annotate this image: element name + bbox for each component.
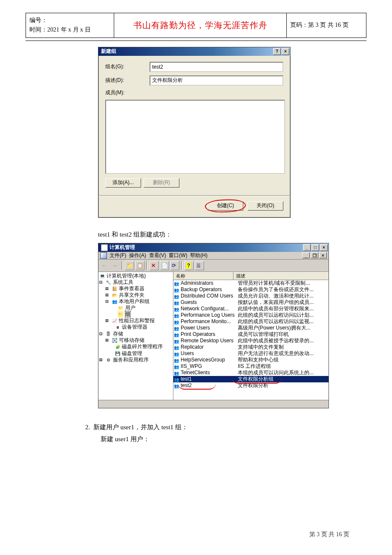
group-row-power-users[interactable]: Power Users高级用户(Power Users)拥有大... — [173, 325, 329, 331]
export-list-button[interactable] — [160, 261, 169, 270]
group-name: Remote Desktop Users — [181, 338, 238, 344]
tree-services[interactable]: 服务和应用程序 — [113, 357, 149, 363]
col-desc[interactable]: 描述 — [233, 272, 329, 280]
storage-icon — [105, 331, 111, 337]
list-pane[interactable]: 名称 描述 Administrators管理员对计算机/域有不受限制...Bac… — [173, 272, 329, 400]
up-button[interactable] — [125, 261, 134, 270]
list-header[interactable]: 名称 描述 — [173, 272, 329, 280]
col-name[interactable]: 名称 — [173, 272, 233, 280]
tree-groups[interactable]: 组 — [125, 311, 130, 317]
back-button[interactable] — [100, 261, 110, 270]
group-row-distributed-com-users[interactable]: Distributed COM Users成员允许启动、激活和使用此计... — [173, 293, 329, 299]
group-row-performance-monito-[interactable]: Performance Monito...此组的成员可以远程访问以监视... — [173, 318, 329, 325]
window-close-button[interactable]: × — [320, 244, 328, 251]
header-rule — [26, 40, 366, 41]
event-viewer-icon — [112, 286, 118, 292]
group-row-administrators[interactable]: Administrators管理员对计算机/域有不受限制... — [173, 280, 329, 286]
group-row-network-configurat-[interactable]: Network Configurat...此组中的成员有部分管理权限来... — [173, 306, 329, 312]
group-row-replicator[interactable]: Replicator支持域中的文件复制 — [173, 344, 329, 350]
mmc-titlebar[interactable]: 计算机管理 _ □ × — [98, 243, 329, 252]
help-button[interactable]: ? — [273, 48, 281, 55]
new-group-dialog: 新建组 ? × 组名(G): 描述(D): 成员(M): — [98, 47, 291, 218]
services-icon — [105, 357, 111, 363]
tree-diskmgmt[interactable]: 磁盘管理 — [122, 350, 142, 356]
menu-view[interactable]: 查看(V) — [149, 252, 166, 259]
group-row-users[interactable]: Users用户无法进行有意或无意的改动... — [173, 350, 329, 357]
delete-button[interactable] — [150, 261, 159, 270]
group-row-guests[interactable]: Guests按默认值，来宾跟用户组的成员... — [173, 299, 329, 306]
mdi-restore-button[interactable]: ❐ — [311, 252, 318, 258]
add-button[interactable]: 添加(A)... — [105, 178, 141, 188]
tree-storage[interactable]: 存储 — [113, 331, 123, 337]
help-button-tb[interactable] — [184, 261, 194, 270]
refresh-icon — [172, 263, 178, 269]
folder-icon — [118, 305, 124, 311]
group-row-print-operators[interactable]: Print Operators成员可以管理域打印机 — [173, 331, 329, 338]
tree-shared[interactable]: 共享文件夹 — [119, 292, 144, 298]
tree-pane[interactable]: 计算机管理(本地) ⊟ 系统工具 ⊞ 事件查看器 ⊞ 共享文件夹 ⊟ 本地用户和… — [98, 272, 173, 400]
group-icon — [174, 383, 180, 388]
tree-systools[interactable]: 系统工具 — [113, 279, 133, 285]
tree-defrag[interactable]: 磁盘碎片整理程序 — [122, 344, 163, 350]
close-dialog-button[interactable]: 关闭(O) — [248, 201, 283, 211]
group-icon — [174, 280, 180, 286]
tree-event[interactable]: 事件查看器 — [119, 286, 144, 292]
dialog-title: 新建组 — [101, 48, 116, 55]
menu-help[interactable]: 帮助(H) — [190, 252, 208, 259]
members-listbox[interactable] — [105, 100, 285, 174]
properties-button[interactable] — [135, 261, 144, 270]
group-list[interactable]: Administrators管理员对计算机/域有不受限制...Backup Op… — [173, 280, 329, 389]
group-row-test2[interactable]: test2文件权限分析 — [173, 382, 329, 389]
description-label: 描述(D): — [105, 77, 150, 84]
step-2: 2. 新建用户 user1，并加入 test1 组： 新建 user1 用户： — [85, 421, 349, 445]
properties-icon — [137, 263, 143, 269]
group-row-remote-desktop-users[interactable]: Remote Desktop Users此组中的成员被授予远程登录的... — [173, 338, 329, 344]
time-label: 时间：2021 年 x 月 x 日 — [29, 25, 110, 35]
group-name: test2 — [181, 382, 238, 388]
group-row-iis-wpg[interactable]: IIS_WPGIIS 工作进程组 — [173, 363, 329, 370]
menu-file[interactable]: 文件(F) — [110, 252, 126, 259]
mdi-minimize-button[interactable]: _ — [302, 252, 310, 258]
group-row-telnetclients[interactable]: TelnetClients本组的成员可以访问此系统上的... — [173, 370, 329, 376]
page-header: 编号： 时间：2021 年 x 月 x 日 书山有路勤为径，学海无涯苦作舟 页码… — [26, 13, 366, 38]
tree-removable[interactable]: 可移动存储 — [119, 337, 144, 343]
group-row-helpservicesgroup[interactable]: HelpServicesGroup帮助和支持中心组 — [173, 357, 329, 363]
group-icon — [174, 344, 180, 350]
tree-localusers[interactable]: 本地用户和组 — [119, 298, 150, 304]
group-row-backup-operators[interactable]: Backup Operators备份操作员为了备份或还原文件... — [173, 286, 329, 293]
group-icon — [174, 287, 180, 292]
group-name: test1 — [181, 376, 238, 382]
menu-action[interactable]: 操作(A) — [129, 252, 146, 259]
group-row-performance-log-users[interactable]: Performance Log Users此组的成员可以远程访问以计划... — [173, 312, 329, 318]
tree-users[interactable]: 用户 — [125, 305, 135, 311]
group-name: Distributed COM Users — [181, 293, 238, 299]
description-input[interactable] — [150, 75, 283, 86]
group-icon — [174, 306, 180, 312]
maximize-button[interactable]: □ — [311, 244, 319, 251]
views-button[interactable] — [195, 261, 204, 270]
dialog-titlebar[interactable]: 新建组 ? × — [98, 47, 290, 56]
tree-view[interactable]: 计算机管理(本地) ⊟ 系统工具 ⊞ 事件查看器 ⊞ 共享文件夹 ⊟ 本地用户和… — [98, 272, 173, 364]
minimize-button[interactable]: _ — [303, 244, 311, 251]
forward-button[interactable] — [110, 261, 120, 270]
tree-perf[interactable]: 性能日志和警报 — [119, 318, 155, 324]
menu-window[interactable]: 窗口(W) — [169, 252, 187, 259]
refresh-button[interactable] — [170, 261, 179, 270]
group-icon — [174, 370, 180, 376]
group-name: Administrators — [181, 280, 238, 286]
group-icon — [174, 312, 180, 318]
tree-root[interactable]: 计算机管理(本地) — [107, 273, 146, 279]
group-row-test1[interactable]: test1文件权限分析组 — [173, 376, 329, 382]
doc-icon — [100, 252, 107, 259]
group-name-input[interactable] — [150, 62, 283, 72]
computer-management-window: 计算机管理 _ □ × 文件(F) 操作(A) 查看(V) 窗口(W) 帮助(H… — [98, 243, 329, 408]
folder-up-icon — [127, 263, 133, 269]
disk-mgmt-icon — [115, 350, 121, 357]
tree-dev[interactable]: 设备管理器 — [122, 324, 147, 330]
mdi-close-button[interactable]: × — [319, 252, 327, 258]
status-bar — [98, 400, 329, 408]
close-button[interactable]: × — [282, 48, 289, 55]
create-button[interactable]: 创建(C) — [208, 201, 243, 211]
group-name-label: 组名(G): — [105, 63, 150, 70]
group-icon — [174, 319, 180, 324]
